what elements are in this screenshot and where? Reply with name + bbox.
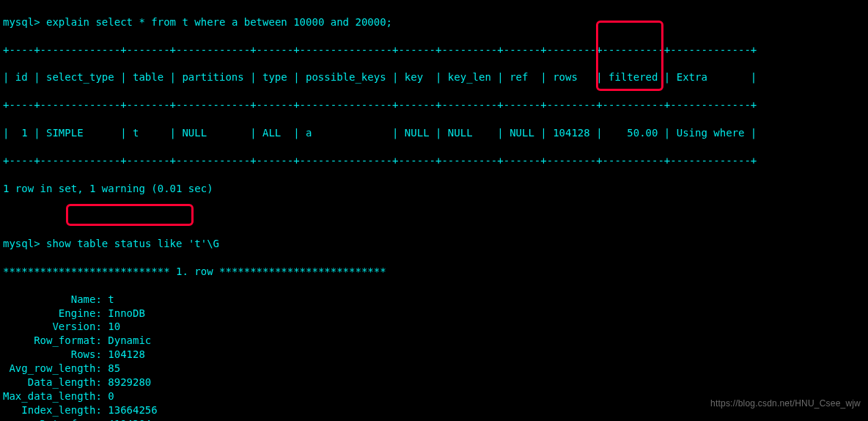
status-value: 0 <box>102 390 114 402</box>
row-sep-right: *************************** <box>213 266 386 277</box>
space <box>40 16 46 28</box>
row-separator: *************************** 1. row *****… <box>3 265 865 279</box>
explain-command-line: mysql> explain select * from t where a b… <box>3 15 865 29</box>
row-sep-center: 1. row <box>176 266 213 277</box>
status-value: 13664256 <box>102 404 158 416</box>
status-command: show table status like 't'\G <box>46 238 219 249</box>
table-header-row: | id | select_type | table | partitions … <box>3 70 865 84</box>
table-border-top: +----+-------------+-------+------------… <box>3 43 865 57</box>
table-border-mid: +----+-------------+-------+------------… <box>3 98 865 112</box>
status-line: Avg_row_length: 85 <box>3 362 865 376</box>
blank-line <box>3 209 865 223</box>
status-label: Avg_row_length: <box>3 362 102 374</box>
status-label: Data_length: <box>3 376 102 388</box>
terminal-output: mysql> explain select * from t where a b… <box>0 0 868 421</box>
status-label: Index_length: <box>3 404 102 416</box>
table-data-row: | 1 | SIMPLE | t | NULL | ALL | a | NULL… <box>3 126 865 140</box>
status-label: Version: <box>3 321 102 332</box>
status-value: t <box>102 293 114 305</box>
status-value: 10 <box>102 321 120 332</box>
status-line: Version: 10 <box>3 320 865 334</box>
table-border-bottom: +----+-------------+-------+------------… <box>3 154 865 168</box>
status-line: Name: t <box>3 293 865 307</box>
explain-footer: 1 row in set, 1 warning (0.01 sec) <box>3 182 865 196</box>
status-label: Rows: <box>3 348 102 360</box>
status-line: Data_free: 4194304 <box>3 417 865 421</box>
status-value: Dynamic <box>102 334 151 346</box>
space <box>40 238 46 249</box>
status-label: Name: <box>3 293 102 305</box>
mysql-prompt: mysql> <box>3 238 40 249</box>
watermark-text: https://blog.csdn.net/HNU_Csee_wjw <box>710 398 861 409</box>
status-label: Row_format: <box>3 334 102 346</box>
status-label: Max_data_length: <box>3 390 102 402</box>
status-line: Row_format: Dynamic <box>3 334 865 348</box>
status-command-line: mysql> show table status like 't'\G <box>3 237 865 251</box>
status-line: Engine: InnoDB <box>3 307 865 321</box>
status-value: 4194304 <box>102 418 151 421</box>
status-label: Engine: <box>3 307 102 319</box>
status-line: Rows: 104128 <box>3 348 865 362</box>
status-line: Data_length: 8929280 <box>3 376 865 389</box>
row-sep-left: *************************** <box>3 266 176 277</box>
status-value: 8929280 <box>102 376 151 388</box>
status-value: 85 <box>102 362 120 374</box>
status-value: InnoDB <box>102 307 145 319</box>
explain-command: explain select * from t where a between … <box>46 16 392 28</box>
status-label: Data_free: <box>3 418 102 421</box>
status-value: 104128 <box>102 348 145 360</box>
mysql-prompt: mysql> <box>3 16 40 28</box>
